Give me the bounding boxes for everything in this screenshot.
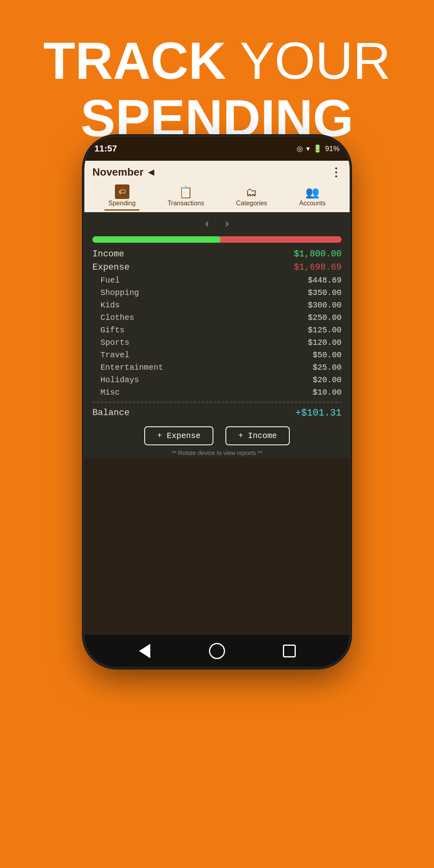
expense-item-label: Kids — [92, 301, 120, 310]
phone-screen: November ◄ ⋮ 🏷 Spending 📋 Transactions — [84, 161, 350, 635]
signal-icon: ◎ — [297, 144, 303, 153]
battery-icon: 🔋 — [313, 144, 322, 153]
expense-item-value: $300.00 — [308, 301, 342, 310]
status-time: 11:57 — [94, 143, 117, 154]
tab-spending[interactable]: 🏷 Spending — [104, 182, 140, 211]
status-bar: 11:57 ◎ ▾ 🔋 91% — [84, 137, 350, 161]
income-value: $1,800.00 — [294, 249, 342, 259]
expense-item-row: Kids $300.00 — [92, 299, 342, 311]
expense-item-label: Clothes — [92, 313, 134, 322]
expense-item-value: $25.00 — [313, 363, 342, 372]
tab-accounts-label: Accounts — [299, 200, 326, 207]
transactions-icon: 📋 — [179, 186, 193, 199]
phone-mockup: 11:57 ◎ ▾ 🔋 91% November ◄ ⋮ — [84, 137, 350, 667]
bottom-nav-bar — [84, 635, 350, 667]
spending-icon: 🏷 — [115, 184, 129, 199]
add-expense-button[interactable]: + Expense — [144, 426, 213, 445]
expense-item-value: $250.00 — [308, 313, 342, 322]
expense-item-row: Travel $50.00 — [92, 349, 342, 361]
expense-item-row: Misc $10.00 — [92, 386, 342, 399]
divider — [92, 402, 342, 403]
month-back-arrow[interactable]: ◄ — [146, 166, 156, 178]
expense-label: Expense — [92, 262, 129, 272]
nav-arrows: ‹ › — [84, 212, 350, 235]
app-header: November ◄ ⋮ 🏷 Spending 📋 Transactions — [84, 161, 350, 212]
expense-item-value: $50.00 — [313, 350, 342, 360]
back-button[interactable] — [135, 641, 155, 661]
add-income-button[interactable]: + Income — [225, 426, 290, 445]
hero-title: TRACK YOUR SPENDING — [0, 32, 434, 147]
expense-item-label: Shopping — [92, 288, 139, 297]
tab-transactions-label: Transactions — [168, 200, 204, 207]
expense-item-row: Shopping $350.00 — [92, 287, 342, 299]
spending-section: Income $1,800.00 Expense $1,698.69 Fuel … — [84, 248, 350, 399]
nav-tabs: 🏷 Spending 📋 Transactions 🗂 Categories 👥… — [92, 182, 342, 212]
expense-item-row: Entertainment $25.00 — [92, 361, 342, 374]
rotate-hint: ** Rotate device to view reports ** — [84, 448, 350, 458]
categories-icon: 🗂 — [246, 186, 257, 199]
expense-item-value: $350.00 — [308, 288, 342, 297]
action-buttons: + Expense + Income — [84, 420, 350, 448]
expense-item-row: Gifts $125.00 — [92, 324, 342, 336]
back-icon — [139, 644, 150, 658]
budget-progress-bar — [92, 236, 342, 243]
app-top-row: November ◄ ⋮ — [92, 166, 342, 179]
expense-item-label: Misc — [92, 388, 120, 397]
balance-row: Balance +$101.31 — [84, 406, 350, 420]
next-arrow[interactable]: › — [225, 217, 229, 230]
app-month: November ◄ — [92, 166, 156, 178]
expense-item-value: $120.00 — [308, 338, 342, 347]
battery-percent: 91% — [325, 145, 340, 153]
recents-button[interactable] — [279, 641, 299, 661]
prev-arrow[interactable]: ‹ — [205, 217, 209, 230]
menu-dots-button[interactable]: ⋮ — [330, 166, 342, 179]
expense-item-row: Fuel $448.69 — [92, 274, 342, 287]
income-label: Income — [92, 249, 124, 259]
expense-items-list: Fuel $448.69 Shopping $350.00 Kids $300.… — [92, 274, 342, 399]
expense-item-label: Fuel — [92, 276, 120, 285]
wifi-icon: ▾ — [306, 144, 310, 153]
expense-value: $1,698.69 — [294, 262, 342, 272]
budget-progress-fill — [92, 236, 221, 243]
tab-accounts[interactable]: 👥 Accounts — [295, 183, 330, 211]
expense-item-value: $20.00 — [313, 375, 342, 385]
month-label: November — [92, 166, 143, 178]
expense-row: Expense $1,698.69 — [92, 261, 342, 274]
income-row: Income $1,800.00 — [92, 248, 342, 261]
tab-categories-label: Categories — [236, 200, 267, 207]
tab-categories[interactable]: 🗂 Categories — [232, 183, 271, 211]
balance-value: +$101.31 — [295, 407, 342, 418]
expense-item-label: Travel — [92, 350, 129, 360]
expense-item-value: $10.00 — [313, 388, 342, 397]
expense-item-row: Holidays $20.00 — [92, 374, 342, 386]
recents-icon — [283, 645, 296, 657]
hero-track: TRACK — [43, 31, 226, 90]
status-icons: ◎ ▾ 🔋 91% — [297, 144, 340, 153]
expense-item-label: Entertainment — [92, 363, 163, 372]
expense-item-row: Sports $120.00 — [92, 336, 342, 349]
expense-item-value: $125.00 — [308, 326, 342, 335]
tab-spending-label: Spending — [108, 200, 136, 207]
phone-shell: 11:57 ◎ ▾ 🔋 91% November ◄ ⋮ — [84, 137, 350, 667]
expense-item-row: Clothes $250.00 — [92, 311, 342, 324]
content-area: ‹ › Income $1,800.00 Expense $1,698.69 — [84, 212, 350, 458]
tab-transactions[interactable]: 📋 Transactions — [164, 183, 208, 211]
home-icon — [209, 643, 225, 659]
expense-item-label: Sports — [92, 338, 129, 347]
expense-item-label: Holidays — [92, 375, 139, 385]
accounts-icon: 👥 — [305, 186, 319, 199]
home-button[interactable] — [207, 641, 227, 661]
hero-your: YOUR — [226, 31, 391, 90]
expense-item-value: $448.69 — [308, 276, 342, 285]
balance-label: Balance — [92, 408, 129, 418]
expense-item-label: Gifts — [92, 326, 125, 335]
